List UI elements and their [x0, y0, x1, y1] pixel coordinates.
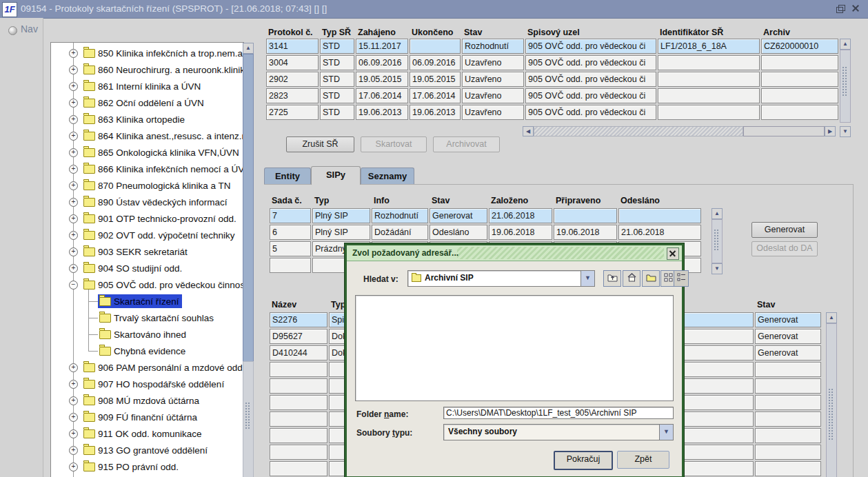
scroll-up-button[interactable]: ▲	[711, 208, 723, 219]
file-list[interactable]	[355, 295, 674, 401]
table-cell[interactable]: Odesláno	[430, 225, 487, 240]
tree-expander-icon[interactable]: +	[69, 82, 78, 91]
tree-expander-icon[interactable]: +	[69, 99, 78, 108]
table-cell[interactable]	[755, 428, 821, 443]
dialog-close-button[interactable]	[667, 247, 679, 260]
table-cell[interactable]	[755, 445, 821, 460]
tree-node[interactable]: 863 Klinika ortopedie	[82, 112, 188, 126]
pokracuj-button[interactable]: Pokračuj	[554, 451, 613, 470]
table-cell[interactable]	[658, 88, 760, 103]
archivovat-button[interactable]: Archivovat	[433, 136, 500, 152]
tree-node[interactable]: 866 Klinika infekčních nemocí a ÚVN	[82, 162, 244, 176]
skartovat-button[interactable]: Skartovat	[361, 136, 427, 152]
table-cell[interactable]: 19.06.2013	[410, 105, 461, 120]
home-button[interactable]	[623, 270, 640, 287]
tree-node[interactable]: 901 OTP technicko-provozní odd.	[82, 212, 239, 225]
tree-node[interactable]: 906 PAM personální a mzdové odd.	[82, 361, 244, 374]
table-cell[interactable]	[755, 378, 821, 394]
tree-expander-icon[interactable]: +	[69, 165, 78, 174]
zpet-button[interactable]: Zpět	[617, 451, 669, 469]
tree-node[interactable]: 860 Neurochirurg. a neuroonk.klinika a	[82, 63, 244, 77]
table-cell[interactable]: STD	[320, 72, 354, 87]
scrollbar-track[interactable]	[534, 126, 743, 136]
table-cell[interactable]	[270, 428, 327, 443]
tree-node[interactable]: Skartováno ihned	[98, 327, 189, 341]
table-cell[interactable]: Dožádání	[372, 225, 428, 240]
scroll-up-button[interactable]: ▲	[243, 43, 254, 54]
table-cell[interactable]: Generovat	[755, 312, 821, 327]
tree-expander-icon[interactable]: +	[69, 132, 78, 141]
table-cell[interactable]	[755, 362, 821, 377]
table-cell[interactable]	[618, 208, 701, 223]
tree-expander-icon[interactable]: −	[69, 281, 78, 290]
tree-expander-icon[interactable]: +	[69, 214, 78, 223]
tree-node[interactable]: 904 SO studijní odd.	[82, 261, 185, 275]
table-cell[interactable]	[658, 72, 760, 87]
tree-node[interactable]: 911 OK odd. komunikace	[82, 427, 205, 440]
restore-button[interactable]	[834, 3, 845, 14]
table-cell[interactable]: 3141	[266, 39, 319, 54]
table-cell[interactable]: Generovat	[755, 345, 821, 361]
table-cell[interactable]: STD	[320, 105, 354, 120]
details-view-button[interactable]	[674, 270, 689, 287]
tree-expander-icon[interactable]: +	[69, 446, 78, 455]
tree-node[interactable]: 908 MÚ mzdová účtárna	[82, 394, 202, 407]
table-cell[interactable]: 905 OVČ odd. pro vědeckou či	[525, 39, 656, 54]
tree-expander-icon[interactable]: +	[69, 198, 78, 207]
table-cell[interactable]: STD	[320, 39, 354, 54]
tree-scrollbar[interactable]: ▲	[243, 43, 254, 477]
table-cell[interactable]: 905 OVČ odd. pro vědeckou či	[525, 105, 656, 120]
tree-scrollbar-thumb[interactable]	[243, 54, 254, 363]
table-cell[interactable]	[761, 105, 838, 120]
tree-node[interactable]: 903 SEKR sekretariát	[82, 245, 190, 258]
table-cell[interactable]: 5	[270, 241, 311, 256]
tree-node[interactable]: 890 Ústav vědeckých informací	[82, 195, 230, 209]
table-cell[interactable]: Rozhodnutí	[372, 208, 428, 223]
table-cell[interactable]: Plný SIP	[312, 225, 370, 240]
tree-expander-icon[interactable]: +	[69, 380, 78, 389]
table-cell[interactable]: 06.09.2016	[410, 55, 461, 70]
dialog-title-bar[interactable]: Zvol požadovaný adresář...	[347, 245, 682, 261]
table-cell[interactable]	[270, 395, 327, 410]
scroll-down-button[interactable]: ▼	[840, 126, 851, 137]
table-cell[interactable]: 19.06.2018	[489, 225, 552, 240]
tab-entity[interactable]: Entity	[264, 168, 311, 185]
table-cell[interactable]: 19.06.2018	[554, 225, 617, 240]
table-cell[interactable]: 6	[270, 225, 311, 240]
odeslat-do-da-button[interactable]: Odeslat do DA	[751, 241, 818, 256]
tab-seznamy[interactable]: Seznamy	[361, 168, 414, 185]
tree-expander-icon[interactable]: +	[69, 463, 78, 471]
tree-expander-icon[interactable]: +	[69, 363, 78, 372]
table-cell[interactable]	[410, 39, 461, 54]
tree-node[interactable]: Trvalý skartační souhlas	[98, 311, 216, 325]
scroll-right-button[interactable]: ▶	[825, 126, 836, 136]
table-cell[interactable]: 905 OVČ odd. pro vědeckou či	[525, 72, 656, 87]
tree-expander-icon[interactable]: +	[69, 181, 78, 190]
tree-expander-icon[interactable]: +	[69, 413, 78, 422]
table-cell[interactable]	[761, 88, 838, 103]
tree-expander-icon[interactable]: +	[69, 231, 78, 240]
scroll-up-button[interactable]: ▲	[840, 39, 851, 50]
scroll-left-button[interactable]: ◀	[523, 126, 534, 136]
table-cell[interactable]: 19.05.2015	[356, 72, 408, 87]
scroll-down-button[interactable]: ▼	[711, 263, 723, 274]
table-cell[interactable]: LF1/2018_6_18A	[658, 39, 760, 54]
tree-expander-icon[interactable]: +	[69, 264, 78, 273]
tree-expander-icon[interactable]: +	[69, 65, 78, 74]
table-cell[interactable]: 06.09.2016	[356, 55, 408, 70]
table-cell[interactable]: Uzavřeno	[462, 55, 524, 70]
table-cell[interactable]: Generovat	[430, 208, 487, 223]
table-cell[interactable]: Rozhodnutí	[462, 39, 524, 54]
table-cell[interactable]	[270, 412, 327, 427]
table-cell[interactable]: Uzavřeno	[462, 88, 524, 103]
combo-arrow-button[interactable]: ▼	[581, 271, 594, 286]
up-folder-button[interactable]	[603, 270, 621, 287]
table-cell[interactable]: 905 OVČ odd. pro vědeckou či	[525, 55, 656, 70]
table-cell[interactable]: STD	[320, 88, 354, 103]
sip-vscrollbar[interactable]: ▲ ▼	[711, 208, 723, 274]
table-cell[interactable]	[658, 105, 760, 120]
tab-sipy[interactable]: SIPy	[311, 166, 361, 185]
table-cell[interactable]	[755, 412, 821, 427]
tree-expander-icon[interactable]: +	[69, 148, 78, 157]
protocols-hscrollbar-thumb[interactable]	[743, 126, 825, 136]
